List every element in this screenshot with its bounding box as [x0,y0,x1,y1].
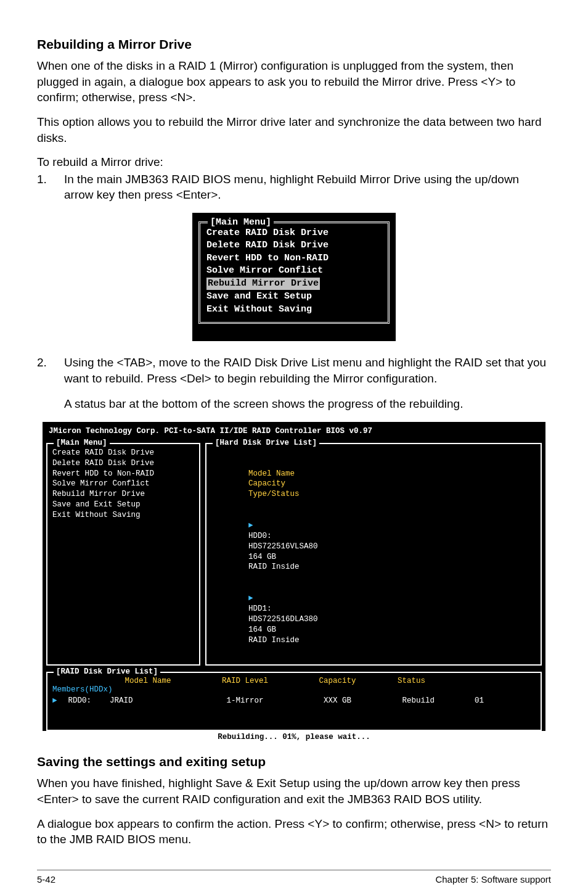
hdd-type: RAID Inside [248,636,300,645]
menu-item: Exit Without Saving [206,303,382,316]
page-number: 5-42 [37,874,55,885]
row-marker-icon: ► [52,696,63,705]
hdd-type: RAID Inside [248,563,300,571]
bios-main-menu-small: [Main Menu] Create RAID Disk Drive Delet… [192,213,396,341]
menu-legend: [Main Menu] [208,217,274,228]
menu-item: Revert HDD to Non-RAID [52,469,194,479]
menu-item: Delete RAID Disk Drive [52,458,194,469]
col-header-status: Status [398,677,425,685]
raid-dev: RDD0: [68,696,105,705]
step-number: 2. [37,355,64,386]
paragraph: When you have finished, highlight Save &… [37,775,551,807]
col-header-model: Model Name [248,469,341,479]
raid-status: Rebuild [402,696,470,705]
menu-item: Solve Mirror Conflict [206,265,382,277]
raid-name: JRAID [110,696,222,705]
bios-main-menu-box: [Main Menu] Create RAID Disk Drive Delet… [46,443,200,666]
col-header-type: Type/Status [248,490,300,498]
menu-item: Create RAID Disk Drive [206,227,382,239]
hdd-dev: HDD1: [248,604,283,614]
menu-item: Exit Without Saving [52,510,194,521]
box-legend: [Hard Disk Drive List] [213,439,319,447]
chapter-label: Chapter 5: Software support [435,874,551,885]
col-header-model: Model Name [125,677,218,685]
hdd-capacity: 164 GB [248,552,304,563]
menu-item: Delete RAID Disk Drive [206,239,382,252]
hdd-dev: HDD0: [248,531,283,542]
paragraph: A dialogue box appears to confirm the ac… [37,816,551,848]
row-marker-icon: ► [248,593,257,604]
hdd-row: ► HDD1: HDS722516DLA380 164 GB RAID Insi… [211,583,536,656]
menu-item: Solve Mirror Conflict [52,479,194,489]
hdd-row: ► HDD0: HDS722516VLSA80 164 GB RAID Insi… [211,510,536,583]
hdd-model: HDS722516DLA380 [248,614,341,625]
heading-rebuilding: Rebuilding a Mirror Drive [37,37,551,52]
menu-item: Create RAID Disk Drive [52,448,194,458]
raid-capacity: XXX GB [324,696,398,705]
heading-saving: Saving the settings and exiting setup [37,754,551,769]
step-2: 2. Using the <TAB>, move to the RAID Dis… [37,355,551,386]
hdd-capacity: 164 GB [248,625,304,635]
row-marker-icon: ► [248,521,257,531]
step-text: Using the <TAB>, move to the RAID Disk D… [64,355,551,386]
bios-controller-screen: JMicron Technology Corp. PCI-to-SATA II/… [41,421,547,745]
footer-rule [37,870,551,870]
col-header-capacity: Capacity [319,677,393,685]
col-header-members: Members(HDDx) [52,685,113,694]
bios-raid-list-box: [RAID Disk Drive List] Model Name RAID L… [46,672,542,731]
raid-members: 01 [475,696,484,705]
col-header-level: RAID Level [222,677,314,685]
raid-level: 1-Mirror [227,696,319,705]
menu-item: Rebuild Mirror Drive [52,489,194,500]
bios-title: JMicron Technology Corp. PCI-to-SATA II/… [46,426,542,439]
bios-hdd-list-box: [Hard Disk Drive List] Model Name Capaci… [205,443,542,666]
paragraph: When one of the disks in a RAID 1 (Mirro… [37,58,551,105]
step-1: 1. In the main JMB363 RAID BIOS menu, hi… [37,171,551,203]
menu-item: Save and Exit Setup [52,500,194,510]
raid-row: ► RDD0: JRAID 1-Mirror XXX GB Rebuild 01 [52,696,536,705]
col-header-capacity: Capacity [248,479,304,489]
paragraph: To rebuild a Mirror drive: [37,154,551,170]
step-text: In the main JMB363 RAID BIOS menu, highl… [64,171,551,203]
step-subtext: A status bar at the bottom of the screen… [64,396,551,412]
bios-status-bar: Rebuilding... 01%, please wait... [43,731,545,743]
page-footer: 5-42 Chapter 5: Software support [37,874,551,885]
menu-item: Revert HDD to Non-RAID [206,252,382,265]
paragraph: This option allows you to rebuild the Mi… [37,114,551,146]
menu-item-highlighted: Rebuild Mirror Drive [206,278,320,290]
step-number: 1. [37,171,64,203]
box-legend: [Main Menu] [54,439,110,447]
box-legend: [RAID Disk Drive List] [54,667,160,676]
hdd-model: HDS722516VLSA80 [248,542,341,552]
menu-item: Save and Exit Setup [206,291,382,303]
